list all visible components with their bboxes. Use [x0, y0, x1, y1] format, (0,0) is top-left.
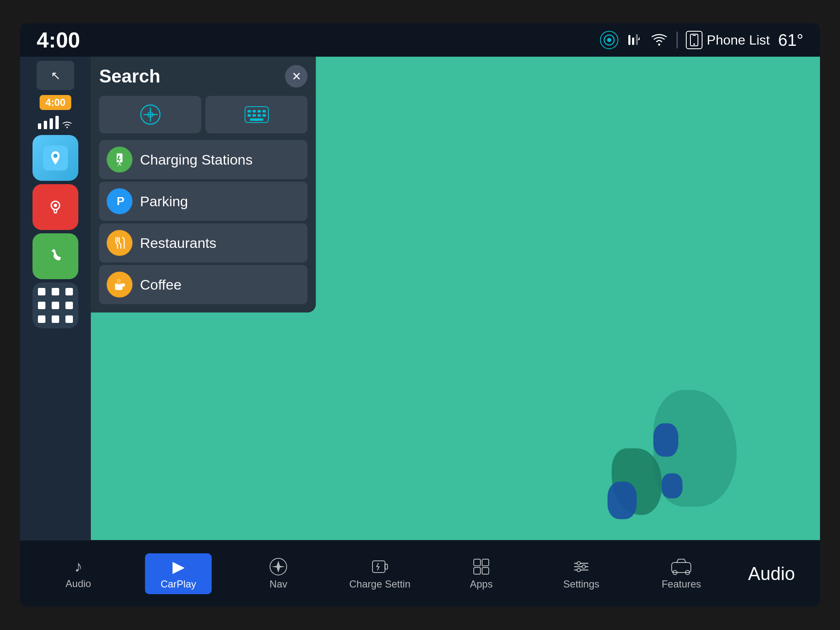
- svg-rect-2: [628, 35, 630, 45]
- svg-rect-41: [482, 568, 489, 574]
- svg-point-47: [577, 568, 580, 572]
- grid-dot: [52, 288, 59, 295]
- sidebar-wifi-icon: [61, 120, 73, 129]
- nav-item-settings[interactable]: Settings: [548, 553, 615, 594]
- audio-right-label[interactable]: Audio: [748, 563, 795, 584]
- settings-icon: [572, 558, 590, 576]
- parking-icon: P: [107, 188, 132, 214]
- svg-rect-28: [258, 114, 261, 117]
- search-item-restaurants[interactable]: Restaurants: [99, 223, 308, 262]
- phone-device-icon: [686, 31, 702, 49]
- coffee-icon: [107, 272, 132, 298]
- svg-rect-23: [252, 110, 256, 112]
- nav-label: Nav: [270, 578, 288, 590]
- settings-label: Settings: [563, 578, 600, 590]
- sidebar-apps-grid[interactable]: [32, 282, 78, 328]
- carplay-icon: ▶: [172, 558, 185, 576]
- charge-settings-label: Charge Settin: [349, 578, 410, 590]
- svg-rect-40: [474, 568, 480, 574]
- svg-point-9: [693, 43, 695, 45]
- features-icon: [671, 558, 692, 576]
- svg-rect-27: [252, 114, 256, 117]
- grid-dot: [38, 302, 45, 309]
- back-arrow-icon: ↖: [51, 69, 60, 82]
- nav-item-charge-settings[interactable]: Charge Settin: [345, 553, 415, 594]
- svg-rect-31: [117, 153, 122, 162]
- restaurants-icon: [107, 230, 132, 256]
- audio-label: Audio: [65, 578, 91, 590]
- wifi-icon: [650, 32, 668, 48]
- nav-item-apps[interactable]: Apps: [448, 553, 515, 594]
- signal-sort-icon: [627, 32, 642, 48]
- sidebar-app-podcast[interactable]: [32, 184, 78, 230]
- close-icon: ✕: [292, 70, 301, 83]
- grid-dot: [38, 288, 45, 295]
- grid-dot: [65, 288, 73, 295]
- svg-text:P: P: [117, 195, 125, 208]
- status-bar: 4:00: [20, 23, 820, 57]
- nav-item-features[interactable]: Features: [648, 553, 715, 594]
- microphone-icon: [140, 104, 161, 125]
- nav-item-carplay[interactable]: ▶ CarPlay: [145, 553, 212, 594]
- map-water-2: [662, 473, 682, 498]
- svg-rect-29: [262, 114, 266, 117]
- apps-label: Apps: [470, 578, 493, 590]
- phone-list-label: Phone List: [707, 32, 770, 48]
- search-item-charging-stations[interactable]: Charging Stations: [99, 140, 308, 179]
- nav-item-audio[interactable]: ♪ Audio: [45, 553, 112, 594]
- search-item-parking[interactable]: P Parking: [99, 182, 308, 221]
- sidebar-app-phone[interactable]: [32, 233, 78, 279]
- charging-stations-label: Charging Stations: [140, 152, 252, 168]
- nav-maps-icon: [269, 558, 288, 576]
- back-button[interactable]: ↖: [37, 61, 74, 90]
- svg-point-12: [53, 154, 58, 158]
- search-title: Search: [99, 66, 160, 87]
- svg-rect-39: [482, 559, 489, 566]
- map-water-3: [608, 482, 637, 519]
- svg-marker-5: [638, 37, 640, 40]
- svg-point-1: [607, 38, 611, 42]
- sig-bar-2: [44, 121, 47, 129]
- sidebar: ↖ 4:00: [20, 57, 91, 540]
- svg-rect-4: [636, 34, 638, 45]
- charging-stations-icon: [107, 147, 132, 172]
- search-item-coffee[interactable]: Coffee: [99, 265, 308, 304]
- svg-point-34: [115, 282, 122, 285]
- svg-rect-25: [262, 110, 266, 112]
- carplay-label: CarPlay: [160, 578, 196, 590]
- nav-item-nav[interactable]: Nav: [245, 553, 312, 594]
- voice-search-button[interactable]: [99, 96, 201, 133]
- grid-dot: [52, 302, 59, 309]
- main-screen: 4:00: [20, 23, 820, 607]
- temperature-display: 61°: [778, 31, 804, 50]
- charge-settings-icon: [371, 558, 389, 576]
- grid-dot: [38, 315, 45, 323]
- restaurants-label: Restaurants: [140, 235, 216, 251]
- close-button[interactable]: ✕: [285, 65, 308, 88]
- phone-list-section[interactable]: Phone List: [686, 31, 770, 49]
- apps-icon: [472, 558, 490, 576]
- search-panel: Search ✕: [91, 57, 316, 312]
- parking-label: Parking: [140, 193, 188, 210]
- svg-rect-38: [474, 559, 480, 566]
- keyboard-search-button[interactable]: [205, 96, 308, 133]
- search-input-row: [99, 96, 308, 133]
- status-right-group: Phone List 61°: [600, 31, 803, 50]
- grid-dot: [65, 315, 73, 323]
- svg-point-6: [658, 44, 660, 46]
- svg-point-10: [66, 127, 68, 128]
- svg-point-15: [54, 204, 57, 207]
- svg-point-46: [582, 565, 585, 568]
- coffee-label: Coffee: [140, 277, 182, 293]
- keyboard-icon: [244, 106, 269, 123]
- svg-rect-3: [632, 38, 634, 45]
- svg-marker-32: [117, 162, 122, 167]
- svg-rect-37: [385, 564, 388, 569]
- status-divider: [677, 32, 678, 48]
- sidebar-app-maps[interactable]: [32, 135, 78, 181]
- siri-icon[interactable]: [600, 31, 618, 49]
- svg-rect-22: [248, 110, 251, 112]
- svg-rect-24: [258, 110, 261, 112]
- svg-point-45: [577, 562, 580, 565]
- svg-rect-8: [692, 35, 696, 36]
